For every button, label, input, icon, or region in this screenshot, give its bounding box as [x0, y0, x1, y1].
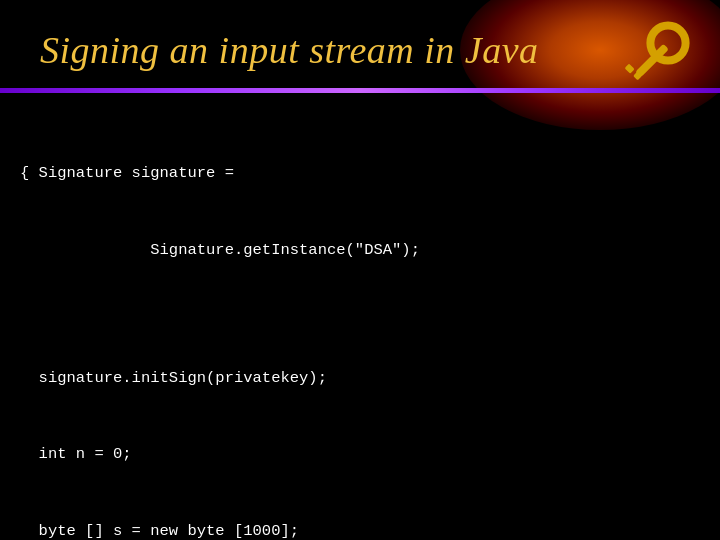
- code-line-6: byte [] s = new byte [1000];: [20, 519, 700, 540]
- slide-title: Signing an input stream in Java: [40, 28, 539, 72]
- divider: [0, 88, 720, 93]
- code-area: { Signature signature = Signature.getIns…: [20, 110, 700, 540]
- key-icon: [620, 15, 700, 95]
- code-line-2: Signature.getInstance("DSA");: [20, 238, 700, 264]
- code-line-4: signature.initSign(privatekey);: [20, 366, 700, 392]
- code-line-1: { Signature signature =: [20, 161, 700, 187]
- code-line-5: int n = 0;: [20, 442, 700, 468]
- slide-container: Signing an input stream in Java { Signat…: [0, 0, 720, 540]
- svg-rect-2: [625, 64, 635, 74]
